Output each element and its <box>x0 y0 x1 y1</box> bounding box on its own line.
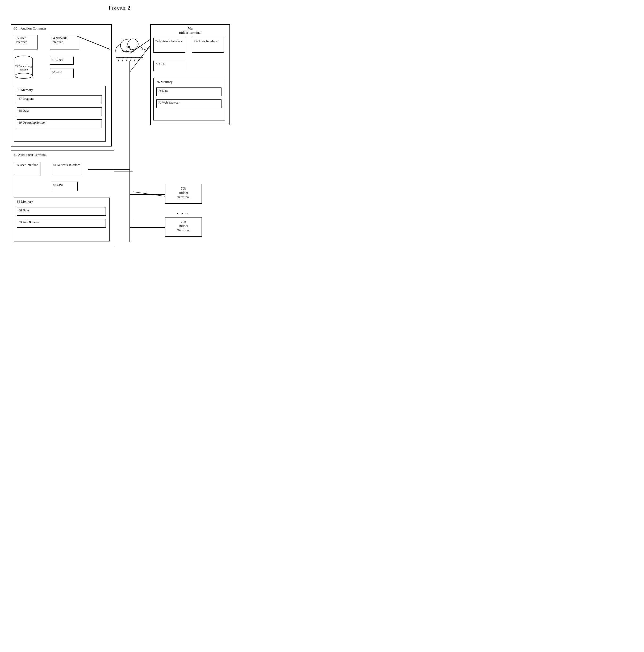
page-title: Figure 2 <box>5 5 234 11</box>
user-interface-75a: 75a User Interface <box>192 38 224 53</box>
data-88: 88 Data <box>17 207 106 216</box>
diagram: 60 – Auction Computer 65 User Interface … <box>5 19 234 253</box>
bidder-terminal-b-label: 70b Bidder Terminal <box>165 184 202 199</box>
memory-76-label: 76 Memory <box>156 80 172 84</box>
web-browser-89: 89 Web Browser <box>17 219 106 227</box>
bidder-terminal-a-box: 70a Bidder Terminal 74 Network Interface… <box>150 24 230 125</box>
auction-computer-label: 60 – Auction Computer <box>14 26 46 31</box>
network-label: 90 Network <box>122 45 135 53</box>
bidder-terminal-b-box: 70b Bidder Terminal <box>165 184 202 204</box>
svg-line-32 <box>130 57 132 61</box>
data-storage-63: 63 Data storage device <box>14 55 34 79</box>
data-68: 68 Data <box>17 107 102 116</box>
svg-line-34 <box>138 57 140 61</box>
cpu-62: 62 CPU <box>50 69 74 78</box>
user-interface-65: 65 User Interface <box>14 35 38 50</box>
clock-61: 61 Clock <box>50 57 74 64</box>
svg-line-33 <box>134 57 136 61</box>
cpu-82: 82 CPU <box>51 182 78 191</box>
svg-line-13 <box>133 192 170 197</box>
network-interface-74: 74 Network Interface <box>154 38 185 53</box>
memory-86-label: 86 Memory <box>17 199 33 204</box>
os-69: 69 Operating System <box>17 119 102 128</box>
memory-86-outer: 86 Memory 88 Data 89 Web Browser <box>14 197 110 241</box>
network-interface-84: 84 Network Interface <box>51 162 83 176</box>
web-browser-79: 79 Web Browser <box>156 100 221 108</box>
cpu-72: 72 CPU <box>154 61 185 71</box>
memory-66-label: 66 Memory <box>17 88 33 92</box>
data-78: 78 Data <box>156 87 221 96</box>
bidder-terminal-n-box: 70n Bidder Terminal <box>165 217 202 237</box>
svg-line-29 <box>118 57 120 61</box>
bidder-terminal-a-label: 70a Bidder Terminal <box>151 26 230 35</box>
auctioneer-terminal-label: 80 Auctioneer Terminal <box>14 153 47 157</box>
svg-point-21 <box>15 73 32 78</box>
network-interface-64: 64 Network Interface <box>50 35 79 50</box>
svg-line-30 <box>122 57 124 61</box>
program-67: 67 Program <box>17 96 102 104</box>
network-90-cloud: 90 Network <box>109 35 146 61</box>
memory-76-outer: 76 Memory 78 Data 79 Web Browser <box>154 78 225 120</box>
auctioneer-terminal-box: 80 Auctioneer Terminal 85 User Interface… <box>11 151 114 246</box>
data-storage-label: 63 Data storage device <box>15 64 33 71</box>
auction-computer-box: 60 – Auction Computer 65 User Interface … <box>11 24 112 146</box>
bidder-terminal-n-label: 70n Bidder Terminal <box>165 218 202 233</box>
user-interface-85: 85 User Interface <box>14 162 41 176</box>
memory-66-outer: 66 Memory 67 Program 68 Data 69 Operatin… <box>14 86 106 142</box>
svg-line-31 <box>126 57 128 61</box>
ellipsis-dots: . . . <box>177 209 189 215</box>
